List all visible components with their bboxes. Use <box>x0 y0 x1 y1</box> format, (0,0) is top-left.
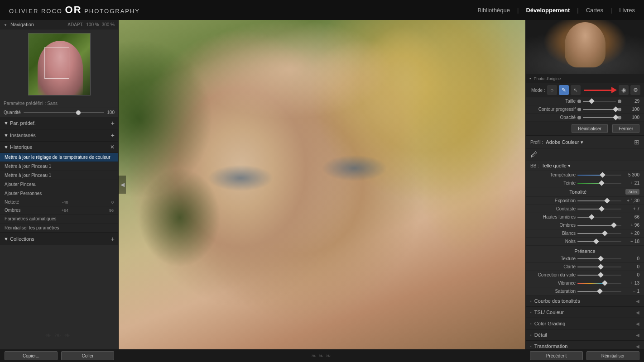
profile-value[interactable]: Adobe Couleur ▾ <box>546 139 583 145</box>
opacite-thumb[interactable] <box>613 114 619 120</box>
par-predef-add[interactable]: + <box>111 119 115 127</box>
contour-slider[interactable] <box>583 109 616 110</box>
nav-cartes[interactable]: Cartes <box>586 7 603 14</box>
exposition-fill <box>577 200 606 201</box>
tsl-couleur-section[interactable]: ▪ TSL/ Couleur ◀ <box>526 307 644 318</box>
noirs-row: Noirs − 18 <box>526 238 644 246</box>
opacite-slider[interactable] <box>583 117 616 118</box>
correction-voile-slider[interactable] <box>577 275 621 276</box>
vibrance-slider[interactable] <box>577 283 621 284</box>
history-item-1[interactable]: Mettre à jour Pinceau 1 <box>0 162 118 171</box>
teinte-fill <box>577 183 600 184</box>
par-predef-section[interactable]: ▼ Par. prédef. + <box>0 117 118 129</box>
clarte-slider[interactable] <box>577 267 621 267</box>
texture-label: Texture <box>530 256 576 261</box>
ombres-thumb[interactable] <box>611 222 617 228</box>
hautes-lumieres-value: − 66 <box>623 214 639 219</box>
taille-thumb[interactable] <box>589 98 595 104</box>
ombres-label: Ombres <box>530 223 576 228</box>
quantity-slider[interactable] <box>24 112 105 113</box>
bb-label-text: BB : <box>530 163 539 168</box>
texture-slider[interactable] <box>577 258 621 259</box>
instantanes-section[interactable]: ▼ Instantanés + <box>0 129 118 142</box>
history-item-4[interactable]: Ajouter Personnes <box>0 189 118 198</box>
auto-badge[interactable]: Auto <box>625 189 639 195</box>
historique-close[interactable]: ✕ <box>110 144 115 150</box>
noirs-value: − 18 <box>623 239 639 244</box>
opacite-fill <box>583 117 614 118</box>
contour-thumb[interactable] <box>613 106 619 112</box>
history-item-5[interactable]: Netteté -40 0 <box>0 198 118 206</box>
clarte-thumb[interactable] <box>598 264 604 270</box>
saturation-thumb[interactable] <box>597 288 603 294</box>
collections-add[interactable]: + <box>111 235 115 243</box>
ombres-slider[interactable] <box>577 225 621 226</box>
temperature-thumb[interactable] <box>600 172 606 178</box>
exposition-thumb[interactable] <box>604 198 610 204</box>
tool-erase[interactable]: ○ <box>547 85 557 95</box>
contraste-slider[interactable] <box>577 209 621 210</box>
clarte-label: Clarté <box>530 264 576 269</box>
noirs-thumb[interactable] <box>593 238 599 244</box>
blancs-thumb[interactable] <box>602 230 608 236</box>
tool-cursor[interactable]: ↖ <box>571 85 581 95</box>
history-item-3[interactable]: Ajouter Pinceau <box>0 180 118 189</box>
detail-tri: ▪ <box>530 333 532 337</box>
tool-eye[interactable]: ◉ <box>619 85 629 95</box>
eyedropper-row: 🖉 <box>526 149 644 161</box>
photo-origin-label: Photo d'origine <box>534 76 561 81</box>
blancs-slider[interactable] <box>577 233 621 234</box>
eyedropper-icon[interactable]: 🖉 <box>530 151 538 159</box>
correction-voile-label: Correction du voile <box>530 272 576 277</box>
transformation-section[interactable]: ▪ Transformation ◀ <box>526 341 644 349</box>
bottom-decorative: ❧❧❧ <box>311 352 333 359</box>
nav-livres[interactable]: Livres <box>619 7 635 14</box>
taille-slider[interactable] <box>583 101 616 102</box>
teinte-slider[interactable] <box>577 183 621 184</box>
quantity-slider-thumb[interactable] <box>76 110 81 115</box>
detail-section[interactable]: ▪ Détail ◀ <box>526 329 644 341</box>
hautes-lumieres-slider[interactable] <box>577 217 621 218</box>
history-item-0[interactable]: Mettre à jour le réglage de la températu… <box>0 153 118 162</box>
bb-value[interactable]: Telle quelle ▾ <box>542 163 571 169</box>
correction-voile-thumb[interactable] <box>598 272 604 278</box>
coller-btn[interactable]: Coller <box>61 351 114 360</box>
nav-bibliotheque[interactable]: Bibliothèque <box>477 7 510 14</box>
left-panel-toggle[interactable]: ◀ <box>119 176 126 194</box>
copier-btn[interactable]: Copier... <box>5 351 58 360</box>
color-grading-section[interactable]: ▪ Color Grading ◀ <box>526 318 644 329</box>
teinte-thumb[interactable] <box>599 180 605 186</box>
courbe-tonalites-section[interactable]: ▪ Courbe des tonalités ◀ <box>526 295 644 307</box>
history-item-8[interactable]: Réinitialiser les paramètres <box>0 224 118 233</box>
noirs-slider[interactable] <box>577 241 621 242</box>
vibrance-label: Vibrance <box>530 281 576 286</box>
nav-developpement[interactable]: Développement <box>526 7 570 14</box>
fermer-brush-btn[interactable]: Fermer <box>612 124 639 133</box>
saturation-slider[interactable] <box>577 291 621 292</box>
history-item-6[interactable]: Ombres +64 96 <box>0 206 118 214</box>
zoom2-label[interactable]: 300 % <box>102 22 115 27</box>
zoom1-label[interactable]: 100 % <box>86 22 99 27</box>
thumb-image[interactable] <box>28 33 91 95</box>
instantanes-add[interactable]: + <box>111 132 115 139</box>
contraste-row: Contraste + 7 <box>526 205 644 213</box>
exposition-slider[interactable] <box>577 200 621 201</box>
reinitialiser-btn[interactable]: Réinitialiser <box>586 351 639 360</box>
contraste-thumb[interactable] <box>599 206 605 212</box>
tool-gear[interactable]: ⚙ <box>630 85 640 95</box>
tool-brush[interactable]: ✎ <box>559 85 569 95</box>
texture-thumb[interactable] <box>598 256 604 262</box>
collections-header[interactable]: ▼ Collections + <box>0 233 118 245</box>
reinitialiser-brush-btn[interactable]: Réinitialiser <box>572 124 608 133</box>
navigation-section-header[interactable]: ▼ Navigation ADAPT. 100 % 300 % <box>0 20 118 29</box>
courbe-arrow: ◀ <box>636 299 639 304</box>
profile-grid-icon[interactable]: ⊞ <box>634 138 639 146</box>
historique-header[interactable]: ▼ Historique ✕ <box>0 142 118 153</box>
quantity-label: Quantité <box>4 110 21 115</box>
history-item-7[interactable]: Paramètres automatiques <box>0 214 118 224</box>
hautes-lumieres-thumb[interactable] <box>589 214 595 220</box>
temperature-slider[interactable] <box>577 175 621 176</box>
history-item-2[interactable]: Mettre à jour Pinceau 1 <box>0 171 118 180</box>
precedent-btn[interactable]: Précédent <box>530 351 583 360</box>
vibrance-thumb[interactable] <box>602 280 608 286</box>
